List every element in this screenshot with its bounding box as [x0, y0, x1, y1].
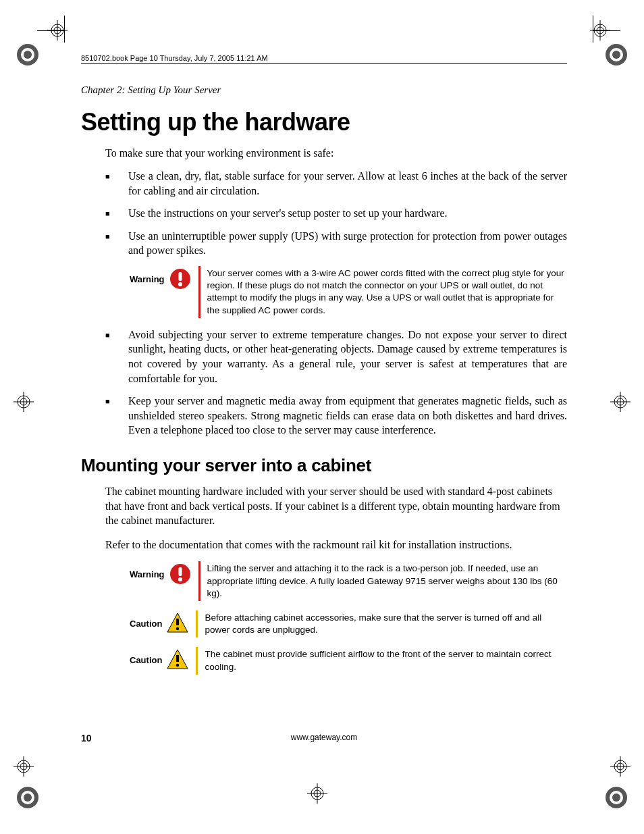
svg-point-2: [24, 51, 32, 59]
chapter-heading: Chapter 2: Setting Up Your Server: [81, 84, 567, 96]
callout-divider: [198, 266, 200, 318]
safety-bullet-list-cont: Avoid subjecting your server to extreme …: [105, 328, 567, 438]
callout-text: Your server comes with a 3-wire AC power…: [207, 266, 567, 318]
registration-mark-icon: [602, 783, 630, 812]
warning-icon: [169, 561, 192, 588]
book-header: 8510702.book Page 10 Thursday, July 7, 2…: [81, 54, 567, 64]
callout-label: Caution: [130, 610, 162, 629]
svg-rect-50: [176, 655, 179, 662]
bullet-item: Use a clean, dry, flat, stable surface f…: [105, 169, 567, 198]
caution-icon: [166, 610, 189, 637]
footer-url: www.gateway.com: [291, 733, 357, 742]
svg-point-36: [24, 793, 32, 802]
registration-mark-icon: [14, 783, 42, 812]
svg-rect-47: [176, 619, 179, 625]
svg-rect-44: [178, 567, 182, 576]
page-number: 10: [81, 733, 92, 744]
callout-text: Before attaching cabinet accessories, ma…: [205, 610, 567, 637]
body-paragraph: The cabinet mounting hardware included w…: [105, 484, 567, 528]
svg-rect-41: [178, 272, 182, 281]
crosshair-icon: [307, 783, 327, 804]
registration-mark-icon: [602, 41, 630, 69]
bullet-item: Use an uninterruptible power supply (UPS…: [105, 229, 567, 258]
svg-point-45: [178, 577, 182, 581]
svg-point-51: [176, 664, 179, 667]
caution-icon: [166, 647, 189, 674]
caution-callout: Caution The cabinet must provide suffici…: [130, 647, 567, 674]
callout-text: The cabinet must provide sufficient airf…: [205, 647, 567, 674]
callout-divider: [196, 610, 198, 637]
bullet-item: Use the instructions on your server's se…: [105, 206, 567, 221]
svg-point-5: [612, 51, 620, 59]
callout-divider: [196, 647, 198, 674]
svg-point-39: [612, 793, 620, 802]
crosshair-icon: [14, 392, 34, 412]
callout-divider: [198, 561, 200, 601]
callout-label: Caution: [130, 647, 162, 665]
crosshair-icon: [590, 20, 610, 41]
page-title: Setting up the hardware: [81, 108, 567, 136]
callout-label: Warning: [130, 266, 165, 284]
crosshair-icon: [610, 756, 630, 777]
intro-text: To make sure that your working environme…: [105, 147, 567, 159]
warning-callout: Warning Your server comes with a 3-wire …: [130, 266, 567, 318]
safety-bullet-list: Use a clean, dry, flat, stable surface f…: [105, 169, 567, 258]
subheading: Mounting your server into a cabinet: [81, 455, 567, 476]
bullet-item: Avoid subjecting your server to extreme …: [105, 328, 567, 386]
warning-callout: Warning Lifting the server and attaching…: [130, 561, 567, 601]
warning-icon: [169, 266, 192, 293]
page-content: 8510702.book Page 10 Thursday, July 7, 2…: [81, 54, 567, 684]
body-paragraph: Refer to the documentation that comes wi…: [105, 538, 567, 552]
registration-mark-icon: [14, 41, 42, 69]
caution-callout: Caution Before attaching cabinet accesso…: [130, 610, 567, 637]
bullet-item: Keep your server and magnetic media away…: [105, 394, 567, 438]
crosshair-icon: [610, 392, 630, 412]
crosshair-icon: [47, 20, 68, 41]
svg-point-48: [176, 627, 179, 630]
page-footer: 10 www.gateway.com: [81, 733, 567, 744]
callout-text: Lifting the server and attaching it to t…: [207, 561, 567, 601]
crosshair-icon: [14, 756, 34, 777]
callout-label: Warning: [130, 561, 165, 579]
svg-point-42: [178, 282, 182, 286]
